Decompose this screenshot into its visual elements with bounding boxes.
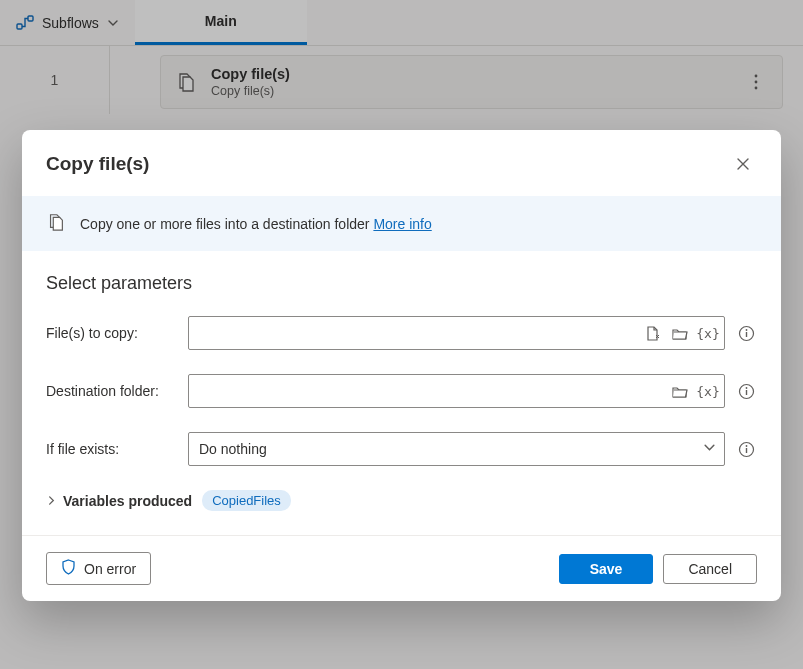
input-adornments: {x} — [669, 380, 719, 402]
info-banner: Copy one or more files into a destinatio… — [22, 196, 781, 251]
svg-rect-13 — [745, 448, 746, 453]
copy-file-icon — [46, 212, 66, 235]
shield-icon — [61, 559, 76, 578]
variables-produced-label: Variables produced — [63, 493, 192, 509]
on-error-label: On error — [84, 561, 136, 577]
chevron-down-icon — [703, 441, 716, 457]
info-banner-text: Copy one or more files into a destinatio… — [80, 216, 370, 232]
close-button[interactable] — [729, 150, 757, 178]
dialog-body: Select parameters File(s) to copy: {x} — [22, 251, 781, 535]
if-file-exists-select[interactable]: Do nothing — [188, 432, 725, 466]
save-button[interactable]: Save — [559, 554, 654, 584]
more-info-link[interactable]: More info — [373, 216, 431, 232]
svg-point-6 — [745, 329, 747, 331]
info-icon[interactable] — [735, 322, 757, 344]
variable-picker-icon[interactable]: {x} — [697, 322, 719, 344]
variable-picker-icon[interactable]: {x} — [697, 380, 719, 402]
chevron-right-icon — [46, 493, 57, 509]
dialog-footer: On error Save Cancel — [22, 535, 781, 601]
if-file-exists-value: Do nothing — [199, 441, 267, 457]
cancel-label: Cancel — [688, 561, 732, 577]
svg-point-9 — [745, 387, 747, 389]
variable-chip-copiedfiles[interactable]: CopiedFiles — [202, 490, 291, 511]
svg-rect-10 — [745, 390, 746, 395]
destination-folder-label: Destination folder: — [46, 383, 178, 399]
variables-produced-row: Variables produced CopiedFiles — [46, 490, 757, 511]
on-error-button[interactable]: On error — [46, 552, 151, 585]
input-adornments: {x} — [641, 322, 719, 344]
files-to-copy-label: File(s) to copy: — [46, 325, 178, 341]
svg-point-12 — [745, 445, 747, 447]
dialog-header: Copy file(s) — [22, 130, 781, 196]
if-file-exists-label: If file exists: — [46, 441, 178, 457]
variables-produced-toggle[interactable]: Variables produced — [46, 493, 192, 509]
file-picker-icon[interactable] — [641, 322, 663, 344]
svg-rect-7 — [745, 332, 746, 337]
field-files-to-copy: File(s) to copy: {x} — [46, 316, 757, 350]
destination-folder-input[interactable] — [188, 374, 725, 408]
folder-picker-icon[interactable] — [669, 380, 691, 402]
info-icon[interactable] — [735, 380, 757, 402]
save-label: Save — [590, 561, 623, 577]
cancel-button[interactable]: Cancel — [663, 554, 757, 584]
field-if-file-exists: If file exists: Do nothing — [46, 432, 757, 466]
field-destination-folder: Destination folder: {x} — [46, 374, 757, 408]
folder-picker-icon[interactable] — [669, 322, 691, 344]
section-title: Select parameters — [46, 273, 757, 294]
info-icon[interactable] — [735, 438, 757, 460]
dialog-title: Copy file(s) — [46, 153, 149, 175]
copy-files-dialog: Copy file(s) Copy one or more files into… — [22, 130, 781, 601]
